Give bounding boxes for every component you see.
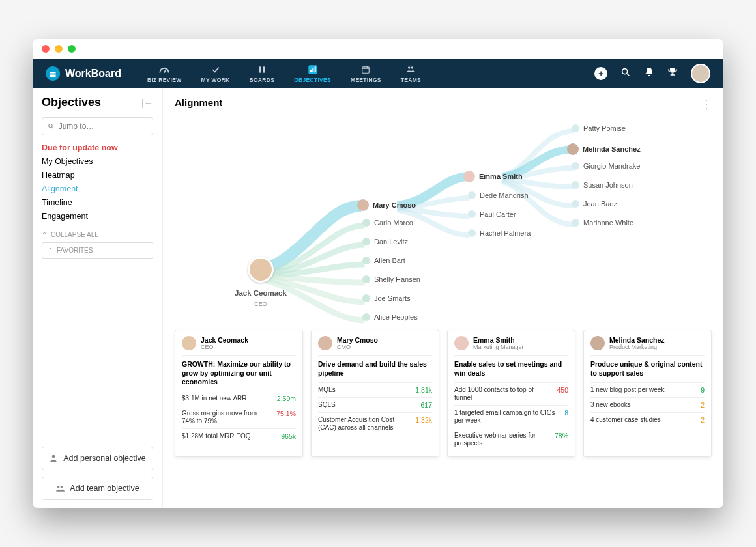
- tree-node-l2-2[interactable]: Allen Bart: [362, 257, 405, 264]
- tree-node-l4-3[interactable]: Joan Baez: [572, 200, 617, 208]
- chevron-up-icon: ⌃: [42, 231, 47, 238]
- objective-card-1[interactable]: Mary CmosoCMODrive demand and build the …: [311, 330, 439, 457]
- objective-card-0[interactable]: Jack CeomackCEOGROWTH: Maximize our abil…: [175, 330, 303, 457]
- favorites-button[interactable]: ⌃ FAVORITES: [42, 242, 153, 259]
- tree-node-l4-2[interactable]: Susan Johnson: [572, 181, 633, 189]
- avatar: [318, 336, 332, 350]
- svg-line-16: [52, 127, 53, 128]
- tree-node-l2-main[interactable]: Mary Cmoso: [357, 199, 416, 211]
- kr-label: MQLs: [318, 386, 410, 394]
- key-result-row: 1 new blog post per week9: [590, 382, 705, 397]
- sidebar-item-alignment[interactable]: Alignment: [42, 184, 153, 193]
- tree-node-l4-main[interactable]: Melinda Sanchez: [567, 143, 641, 155]
- key-result-row: $3.1M in net new ARR2.59m: [182, 391, 296, 406]
- add-personal-objective-button[interactable]: Add personal objective: [42, 447, 153, 470]
- sidebar-item-my-objectives[interactable]: My Objectives: [42, 157, 153, 166]
- kr-value: 75.1%: [276, 410, 296, 417]
- check-icon: [211, 64, 221, 76]
- kr-value: 78%: [555, 432, 568, 440]
- node-dot: [362, 275, 370, 283]
- nav-objectives[interactable]: OBJECTIVES: [294, 64, 331, 83]
- node-dot: [362, 313, 370, 321]
- sidebar-item-engagement[interactable]: Engagement: [42, 212, 153, 221]
- card-header: Melinda SanchezProduct Marketing: [590, 336, 705, 350]
- people-icon: [55, 484, 65, 493]
- search-icon[interactable]: [620, 67, 631, 80]
- nav-teams[interactable]: TEAMS: [401, 64, 421, 83]
- collapse-sidebar-icon[interactable]: |←: [141, 98, 153, 108]
- node-dot: [362, 294, 370, 302]
- sidebar: Objectives |← Due for update nowMy Objec…: [33, 88, 163, 508]
- tree-node-l2-4[interactable]: Joe Smarts: [362, 294, 411, 302]
- sidebar-item-due-for-update-now[interactable]: Due for update now: [42, 143, 153, 152]
- node-dot: [468, 191, 476, 199]
- tree-node-l4-0[interactable]: Patty Pomise: [572, 124, 626, 132]
- add-team-objective-button[interactable]: Add team objective: [42, 477, 153, 500]
- close-window-dot[interactable]: [42, 45, 50, 53]
- svg-rect-7: [362, 66, 370, 72]
- kr-label: Customer Acquisition Cost (CAC) across a…: [318, 416, 410, 432]
- app-name: WorkBoard: [65, 68, 121, 79]
- card-objective: Produce unique & original content to sup…: [590, 355, 705, 382]
- notifications-icon[interactable]: [644, 67, 654, 80]
- kr-label: Executive webinar series for prospects: [454, 432, 549, 447]
- tree-node-l2-0[interactable]: Carlo Marco: [362, 219, 413, 227]
- node-dot: [572, 200, 579, 208]
- kr-value: 2: [701, 416, 705, 424]
- kr-label: 3 new ebooks: [590, 401, 695, 409]
- node-dot: [572, 162, 579, 170]
- card-owner-name: Mary Cmoso: [337, 336, 378, 344]
- tree-node-l2-1[interactable]: Dan Levitz: [362, 238, 408, 245]
- card-objective: Drive demand and build the sales pipelin…: [318, 355, 432, 382]
- tree-node-l2-3[interactable]: Shelly Hansen: [362, 275, 420, 283]
- kr-value: 8: [564, 409, 568, 417]
- card-header: Mary CmosoCMO: [318, 336, 432, 350]
- tree-node-l3-2[interactable]: Rachel Palmera: [468, 229, 531, 237]
- collapse-all-button[interactable]: ⌃ COLLAPSE ALL: [42, 227, 153, 242]
- node-dot: [362, 257, 370, 264]
- svg-rect-1: [259, 66, 261, 72]
- trophy-icon[interactable]: [667, 67, 678, 80]
- window-titlebar: [33, 39, 723, 59]
- nav-biz-review[interactable]: BIZ REVIEW: [147, 64, 182, 83]
- tree-node-l2-5[interactable]: Alice Peoples: [362, 313, 418, 321]
- jump-to-search[interactable]: [42, 117, 153, 135]
- add-button[interactable]: +: [594, 67, 607, 80]
- sidebar-item-heatmap[interactable]: Heatmap: [42, 171, 153, 180]
- tree-node-l4-4[interactable]: Marianne White: [572, 219, 633, 227]
- objective-card-3[interactable]: Melinda SanchezProduct MarketingProduce …: [583, 330, 712, 457]
- tree-root[interactable]: Jack CeomackCEO: [235, 257, 287, 307]
- nav-meetings[interactable]: MEETINGS: [351, 64, 381, 83]
- current-user-avatar[interactable]: [691, 64, 710, 83]
- kr-label: $1.28M total MRR EOQ: [182, 432, 276, 440]
- card-owner-name: Emma Smith: [473, 336, 524, 344]
- nav-my-work[interactable]: MY WORK: [201, 64, 230, 83]
- node-dot: [468, 210, 476, 218]
- page-title: Alignment: [175, 97, 712, 108]
- kr-value: 1.32k: [415, 416, 432, 424]
- people-icon: [405, 64, 416, 76]
- max-window-dot[interactable]: [68, 45, 76, 53]
- card-owner-name: Jack Ceomack: [201, 336, 248, 344]
- key-result-row: MQLs1.81k: [318, 382, 432, 397]
- card-header: Emma SmithMarketing Manager: [454, 336, 568, 350]
- tree-node-l3-0[interactable]: Dede Mandrish: [468, 191, 529, 199]
- svg-line-0: [164, 69, 166, 72]
- avatar: [357, 199, 369, 211]
- main-content: Alignment ⋮: [163, 88, 723, 508]
- app-logo[interactable]: ≣ WorkBoard: [46, 66, 121, 81]
- tree-node-l3-1[interactable]: Paul Carter: [468, 210, 516, 218]
- min-window-dot[interactable]: [55, 45, 63, 53]
- calendar-icon: [361, 64, 370, 76]
- nav-boards[interactable]: BOARDS: [250, 64, 275, 83]
- kr-value: 450: [557, 386, 568, 394]
- sidebar-item-timeline[interactable]: Timeline: [42, 198, 153, 207]
- jump-to-input[interactable]: [59, 122, 147, 131]
- svg-point-11: [408, 66, 411, 69]
- avatar: [567, 143, 579, 155]
- tree-node-l4-1[interactable]: Giorgio Mandrake: [572, 162, 640, 170]
- tree-node-l3-main[interactable]: Emma Smith: [463, 171, 523, 182]
- objective-card-2[interactable]: Emma SmithMarketing ManagerEnable sales …: [447, 330, 575, 457]
- kr-label: 1 new blog post per week: [590, 386, 695, 394]
- svg-rect-4: [310, 70, 312, 72]
